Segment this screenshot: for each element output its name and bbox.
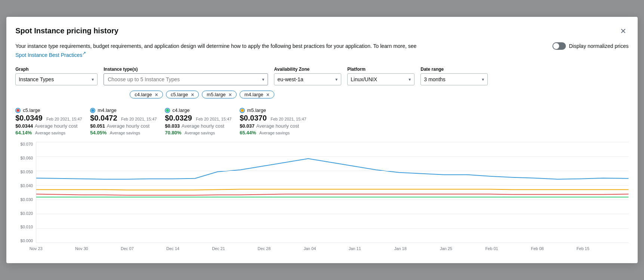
legend-c4large-avg-val: $0.033 xyxy=(165,123,180,129)
y-axis: $0.070 $0.060 $0.050 $0.040 $0.030 $0.02… xyxy=(15,142,36,243)
x-label-dec21: Dec 21 xyxy=(212,246,225,251)
y-label-0070: $0.070 xyxy=(21,142,33,146)
legend-m4large-name: m4.large xyxy=(98,107,117,113)
legend-c5large-avg-label: Average hourly cost xyxy=(35,123,78,129)
y-label-0060: $0.060 xyxy=(21,156,33,160)
x-label-feb15: Feb 15 xyxy=(577,246,589,251)
filters-row: Graph Instance Types Availability Zone I… xyxy=(15,67,629,85)
legend-m4large-avg-label: Average hourly cost xyxy=(107,123,150,129)
chip-m4large-label: m4.large xyxy=(244,92,264,97)
y-label-0050: $0.050 xyxy=(21,170,33,174)
legend-c4large: c4.large $0.0329 Feb 20 2021, 15:47 $0.0… xyxy=(165,104,240,139)
platform-filter-group: Platform Linux/UNIX Windows xyxy=(347,67,415,85)
legend-m5large-savings-row: 65.44% Average savings xyxy=(240,129,308,136)
legend-c5large-price-row: $0.0349 Feb 20 2021, 15:47 xyxy=(15,114,84,122)
legend-m5large-savings-label: Average savings xyxy=(259,131,290,135)
x-label-jan11: Jan 11 xyxy=(349,246,361,251)
info-text: Your instance type requirements, budget … xyxy=(15,42,426,60)
grid-line-6 xyxy=(36,228,629,229)
modal-container: Spot Instance pricing history ✕ Your ins… xyxy=(6,17,638,264)
legend-c4large-header: c4.large xyxy=(165,107,234,113)
x-label-dec07: Dec 07 xyxy=(121,246,134,251)
normalized-prices-toggle[interactable] xyxy=(552,42,566,50)
legend-m5large: m5.large $0.0370 Feb 20 2021, 15:47 $0.0… xyxy=(240,104,314,139)
graph-select[interactable]: Instance Types Availability Zone xyxy=(15,73,98,85)
modal-title: Spot Instance pricing history xyxy=(15,27,118,35)
chip-c5large: c5.large × xyxy=(166,91,199,98)
legend-c5large-timestamp: Feb 20 2021, 15:47 xyxy=(46,117,82,121)
legend-c5large-savings: 64.14% xyxy=(15,130,32,136)
info-body-text: Your instance type requirements, budget … xyxy=(15,43,416,49)
legend-m5large-timestamp: Feb 20 2021, 15:47 xyxy=(271,117,306,121)
legend-m5large-icon xyxy=(240,108,245,113)
legend-c5large-savings-row: 64.14% Average savings xyxy=(15,129,84,136)
daterange-select[interactable]: 1 week 2 weeks 1 month 3 months 6 months xyxy=(420,73,488,85)
legend-m5large-name: m5.large xyxy=(247,107,266,113)
modal-header: Spot Instance pricing history ✕ xyxy=(15,26,629,36)
x-label-jan25: Jan 25 xyxy=(440,246,452,251)
daterange-label: Date range xyxy=(420,67,488,72)
y-label-0020: $0.020 xyxy=(21,211,33,216)
x-label-feb01: Feb 01 xyxy=(485,246,498,251)
chip-c5large-label: c5.large xyxy=(171,92,188,97)
instance-type-filter-group: Instance type(s) ▼ xyxy=(104,67,268,85)
legend-m5large-avg-label: Average hourly cost xyxy=(256,123,299,129)
legend-c4large-avg-row: $0.033 Average hourly cost xyxy=(165,122,234,129)
graph-label: Graph xyxy=(15,67,98,72)
chip-c4large-label: c4.large xyxy=(135,92,152,97)
legend-m4large-savings-label: Average savings xyxy=(110,131,140,135)
grid-line-3 xyxy=(36,185,629,186)
az-select[interactable]: eu-west-1a eu-west-1b eu-west-1c xyxy=(274,73,341,85)
az-label: Availability Zone xyxy=(274,67,341,72)
legend-m4large-header: m4.large xyxy=(90,107,159,113)
legend-m5large-avg-row: $0.037 Average hourly cost xyxy=(240,122,308,129)
info-bar: Your instance type requirements, budget … xyxy=(15,42,629,60)
legend-m5large-avg-val: $0.037 xyxy=(240,123,255,129)
legend-m4large-savings-row: 54.05% Average savings xyxy=(90,129,159,136)
legend-m5large-header: m5.large xyxy=(240,107,308,113)
x-label-jan18: Jan 18 xyxy=(394,246,407,251)
legend-c4large-icon xyxy=(165,108,170,113)
x-label-jan04: Jan 04 xyxy=(303,246,316,251)
legend-c5large-header: c5.large xyxy=(15,107,84,113)
az-filter-group: Availability Zone eu-west-1a eu-west-1b … xyxy=(274,67,341,85)
legend-m4large-icon xyxy=(90,108,95,113)
x-label-dec14: Dec 14 xyxy=(166,246,179,251)
chart-inner xyxy=(36,142,629,243)
legend-c4large-savings: 70.80% xyxy=(165,130,181,136)
legend-m5large-price-row: $0.0370 Feb 20 2021, 15:47 xyxy=(240,114,308,122)
x-label-dec28: Dec 28 xyxy=(258,246,271,251)
chip-c4large: c4.large × xyxy=(130,91,163,98)
legend-m4large-avg-val: $0.051 xyxy=(90,123,105,129)
legend-c4large-savings-row: 70.80% Average savings xyxy=(165,129,234,136)
platform-select[interactable]: Linux/UNIX Windows xyxy=(347,73,415,85)
chip-m5large-label: m5.large xyxy=(207,92,226,97)
legend-c4large-price: $0.0329 xyxy=(165,114,192,122)
legend-c4large-price-row: $0.0329 Feb 20 2021, 15:47 xyxy=(165,114,234,122)
chart-line-m4large xyxy=(36,159,629,179)
chip-c4large-close[interactable]: × xyxy=(154,92,158,97)
instance-type-input[interactable] xyxy=(104,73,268,85)
legend-m5large-price: $0.0370 xyxy=(240,114,266,122)
instance-type-label: Instance type(s) xyxy=(104,67,268,72)
legend-row: c5.large $0.0349 Feb 20 2021, 15:47 $0.0… xyxy=(15,104,629,139)
platform-label: Platform xyxy=(347,67,415,72)
chip-c5large-close[interactable]: × xyxy=(190,92,195,97)
spot-best-practices-link[interactable]: Spot Instance Best Practices↗ xyxy=(15,52,86,58)
chart-area: $0.070 $0.060 $0.050 $0.040 $0.030 $0.02… xyxy=(15,142,629,254)
chart-line-m5large xyxy=(36,189,629,190)
modal-overlay: Spot Instance pricing history ✕ Your ins… xyxy=(0,0,644,280)
legend-c5large-avg-val: $0.0344 xyxy=(15,123,33,129)
legend-c5large-savings-label: Average savings xyxy=(35,131,65,135)
y-label-0000: $0.000 xyxy=(21,238,33,243)
legend-c5large-price: $0.0349 xyxy=(15,114,42,122)
toggle-section: Display normalized prices xyxy=(552,42,629,50)
close-button[interactable]: ✕ xyxy=(618,26,629,36)
chip-m5large-close[interactable]: × xyxy=(228,92,232,97)
graph-filter-group: Graph Instance Types Availability Zone xyxy=(15,67,98,85)
x-axis: Nov 23 Nov 30 Dec 07 Dec 14 Dec 21 Dec 2… xyxy=(36,243,629,254)
legend-c4large-name: c4.large xyxy=(172,107,189,113)
instance-input-arrow-icon: ▼ xyxy=(261,77,265,82)
chip-m4large-close[interactable]: × xyxy=(265,92,270,97)
instance-type-input-wrapper: ▼ xyxy=(104,73,268,85)
